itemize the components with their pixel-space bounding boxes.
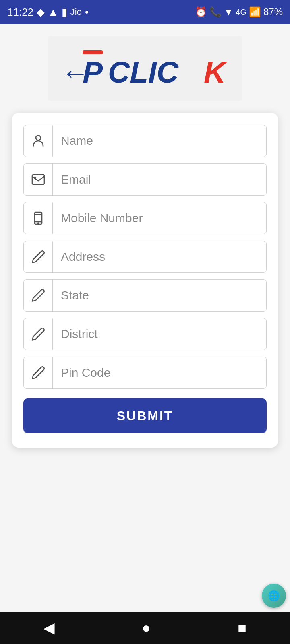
pencil-state-icon bbox=[24, 280, 53, 311]
main-content: ← P CLIC K bbox=[0, 24, 290, 612]
call-icon: 📞 bbox=[209, 6, 222, 18]
svg-rect-2 bbox=[83, 50, 103, 54]
logo-svg: ← P CLIC K bbox=[60, 44, 230, 93]
logo-container: ← P CLIC K bbox=[0, 24, 290, 109]
signal-icon: 📶 bbox=[249, 6, 261, 18]
submit-button[interactable]: SUBMIT bbox=[23, 398, 267, 433]
alarm-icon: ⏰ bbox=[195, 6, 207, 18]
address-input[interactable] bbox=[53, 241, 266, 272]
district-input[interactable] bbox=[53, 318, 266, 350]
dot-indicator: • bbox=[85, 6, 89, 19]
time: 11:22 bbox=[7, 6, 33, 19]
recents-button[interactable]: ■ bbox=[226, 615, 259, 640]
name-input[interactable] bbox=[53, 125, 266, 157]
mobile-input[interactable] bbox=[53, 202, 266, 234]
wifi-icon: ◆ bbox=[37, 6, 45, 19]
pincode-input[interactable] bbox=[53, 357, 266, 388]
mobile-input-row bbox=[23, 202, 267, 234]
svg-rect-6 bbox=[32, 175, 44, 184]
email-icon bbox=[24, 164, 53, 195]
home-button[interactable]: ● bbox=[130, 615, 163, 640]
svg-text:K: K bbox=[204, 55, 228, 89]
battery-percent: 87% bbox=[263, 6, 283, 18]
state-input-row bbox=[23, 279, 267, 312]
bottom-nav-bar: ◀ ● ■ bbox=[0, 612, 290, 644]
pencil-address-icon bbox=[24, 241, 53, 272]
battery-icon-small: ▮ bbox=[62, 6, 67, 19]
wifi-strength-icon: ▼ bbox=[224, 6, 234, 18]
person-icon bbox=[24, 125, 53, 157]
status-right: ⏰ 📞 ▼ 4G 📶 87% bbox=[195, 6, 283, 18]
email-input[interactable] bbox=[53, 164, 266, 195]
name-input-row bbox=[23, 125, 267, 157]
carrier-name: Jio bbox=[70, 7, 82, 17]
nav-icon: ▲ bbox=[48, 6, 58, 19]
svg-point-7 bbox=[35, 177, 36, 178]
status-bar: 11:22 ◆ ▲ ▮ Jio • ⏰ 📞 ▼ 4G 📶 87% bbox=[0, 0, 290, 24]
email-input-row bbox=[23, 163, 267, 196]
state-input[interactable] bbox=[53, 280, 266, 311]
pincode-input-row bbox=[23, 357, 267, 389]
network-type: 4G bbox=[236, 8, 246, 17]
logo-box: ← P CLIC K bbox=[48, 36, 242, 101]
form-card: SUBMIT bbox=[12, 113, 278, 448]
district-input-row bbox=[23, 318, 267, 350]
pencil-pincode-icon bbox=[24, 357, 53, 388]
back-button[interactable]: ◀ bbox=[31, 615, 67, 640]
svg-text:P: P bbox=[83, 55, 103, 89]
svg-text:CLIC: CLIC bbox=[108, 55, 179, 89]
help-icon: 🌐 bbox=[268, 590, 280, 601]
address-input-row bbox=[23, 241, 267, 273]
pencil-district-icon bbox=[24, 318, 53, 350]
status-left: 11:22 ◆ ▲ ▮ Jio • bbox=[7, 6, 89, 19]
svg-point-5 bbox=[36, 136, 41, 140]
phone-icon bbox=[24, 202, 53, 234]
floating-help-button[interactable]: 🌐 bbox=[262, 584, 286, 608]
svg-point-11 bbox=[37, 223, 38, 224]
